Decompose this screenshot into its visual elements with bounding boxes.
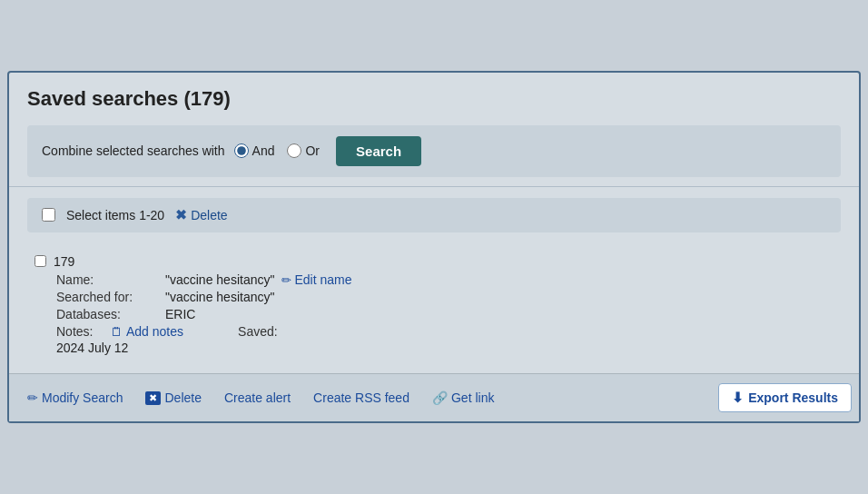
create-rss-link[interactable]: Create RSS feed [302, 387, 421, 409]
delete-bar-label: Delete [191, 208, 227, 222]
name-value: "vaccine hesitancy" [165, 272, 274, 287]
notes-label: Notes: [56, 324, 107, 339]
add-notes-link[interactable]: 🗒 Add notes [111, 324, 183, 339]
radio-group: And Or [234, 143, 320, 158]
export-label: Export Results [748, 390, 838, 405]
get-link-link[interactable]: 🔗 Get link [421, 387, 506, 409]
and-label: And [252, 143, 275, 158]
x-icon: ✖ [175, 207, 187, 223]
result-item: 179 Name: "vaccine hesitancy" ✏ Edit nam… [27, 247, 841, 363]
create-alert-label: Create alert [224, 390, 291, 405]
add-notes-label: Add notes [126, 324, 183, 339]
databases-row: Databases: ERIC [56, 307, 833, 321]
date-value: 2024 July 12 [56, 341, 128, 355]
name-label: Name: [56, 272, 165, 287]
searched-for-label: Searched for: [56, 290, 165, 304]
combine-label: Combine selected searches with [42, 143, 225, 158]
link-icon: 🔗 [432, 390, 448, 405]
divider [9, 186, 859, 187]
export-results-button[interactable]: ⬇ Export Results [718, 383, 852, 412]
create-alert-link[interactable]: Create alert [213, 387, 302, 409]
and-radio-option[interactable]: And [234, 143, 275, 158]
databases-label: Databases: [56, 307, 165, 321]
saved-label: Saved: [238, 324, 278, 339]
action-bar: ✏ Modify Search ✖ Delete Create alert Cr… [9, 373, 859, 421]
delete-action-label: Delete [164, 390, 201, 405]
export-icon: ⬇ [732, 390, 744, 406]
databases-value: ERIC [165, 307, 195, 321]
or-radio-option[interactable]: Or [287, 143, 320, 158]
delete-action-link[interactable]: ✖ Delete [134, 387, 212, 409]
page-title: Saved searches (179) [27, 87, 841, 111]
edit-name-label: Edit name [294, 272, 351, 287]
pencil-modify-icon: ✏ [27, 390, 38, 405]
name-row: Name: "vaccine hesitancy" ✏ Edit name [56, 272, 833, 288]
searched-for-row: Searched for: "vaccine hesitancy" [56, 290, 833, 304]
or-radio[interactable] [287, 143, 301, 158]
searched-for-value: "vaccine hesitancy" [165, 290, 274, 304]
date-row: 2024 July 12 [56, 341, 833, 355]
edit-name-link[interactable]: ✏ Edit name [281, 272, 351, 287]
result-checkbox[interactable] [35, 255, 46, 267]
search-button[interactable]: Search [336, 136, 421, 166]
or-label: Or [305, 143, 320, 158]
select-all-checkbox[interactable] [42, 208, 55, 222]
note-icon: 🗒 [111, 325, 123, 339]
modify-search-link[interactable]: ✏ Modify Search [16, 387, 134, 409]
get-link-label: Get link [451, 390, 494, 405]
notes-saved-row: Notes: 🗒 Add notes Saved: [56, 324, 833, 339]
result-number: 179 [54, 254, 74, 269]
delete-bar-button[interactable]: ✖ Delete [175, 207, 227, 223]
result-number-row: 179 [35, 254, 833, 269]
select-label: Select items 1-20 [66, 208, 164, 222]
create-rss-label: Create RSS feed [313, 390, 409, 405]
main-container: Saved searches (179) Combine selected se… [7, 71, 861, 424]
and-radio[interactable] [234, 143, 249, 158]
search-controls: Combine selected searches with And Or Se… [27, 125, 841, 177]
modify-search-label: Modify Search [42, 390, 123, 405]
x-delete-icon: ✖ [145, 391, 161, 405]
pencil-icon: ✏ [281, 273, 291, 287]
select-bar: Select items 1-20 ✖ Delete [27, 198, 841, 232]
